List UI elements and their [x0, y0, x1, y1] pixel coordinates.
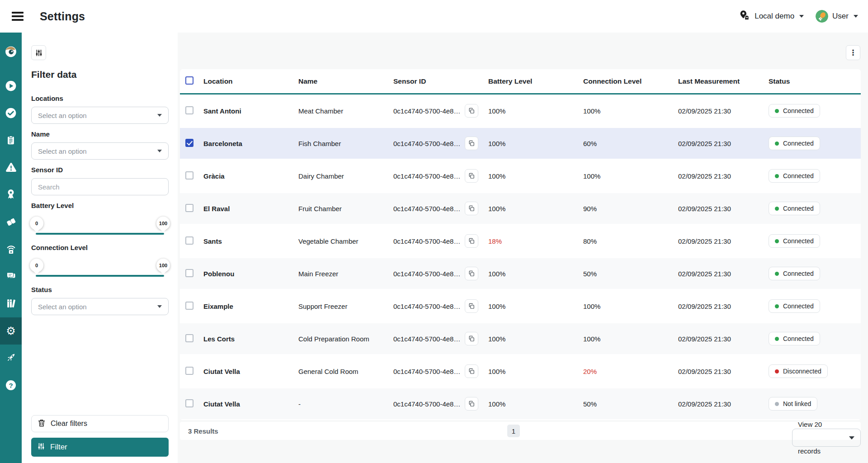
- org-switcher[interactable]: Local demo: [739, 9, 804, 24]
- copy-sensor-id-button[interactable]: [465, 169, 478, 183]
- sensor-id-search-input[interactable]: [31, 178, 169, 195]
- sidebar-item-help[interactable]: ?: [0, 372, 22, 399]
- copy-sensor-id-button[interactable]: [465, 267, 478, 280]
- locations-label: Locations: [31, 94, 169, 102]
- sidebar-item-settings[interactable]: ⚙: [0, 317, 22, 345]
- sidebar-item-alerts[interactable]: [0, 155, 22, 182]
- status-label: Disconnected: [783, 368, 821, 375]
- cell-location: Ciutat Vella: [203, 368, 298, 375]
- status-dot-icon: [775, 304, 779, 308]
- chevron-down-icon: [849, 436, 854, 439]
- copy-sensor-id-button[interactable]: [465, 332, 478, 345]
- page-1-button[interactable]: 1: [507, 425, 520, 437]
- sidebar-item-check[interactable]: [0, 100, 22, 128]
- status-dot-icon: [775, 272, 779, 276]
- name-select-value: Select an option: [38, 147, 87, 155]
- clear-filters-button[interactable]: Clear filters: [31, 415, 169, 432]
- filter-button[interactable]: Filter: [31, 438, 169, 457]
- status-select[interactable]: Select an option: [31, 298, 169, 315]
- cell-location: Barceloneta: [203, 140, 298, 147]
- cell-sensor-id: 0c1c4740-5700-4e8…: [393, 107, 460, 115]
- locations-select[interactable]: Select an option: [31, 107, 169, 124]
- status-label: Not linked: [783, 400, 811, 407]
- row-checkbox[interactable]: [185, 399, 193, 407]
- cell-battery: 100%: [488, 172, 583, 180]
- row-checkbox[interactable]: [185, 204, 193, 212]
- copy-sensor-id-button[interactable]: [465, 234, 478, 248]
- row-checkbox[interactable]: [185, 139, 193, 147]
- cell-sensor-id: 0c1c4740-5700-4e8…: [393, 172, 460, 180]
- row-checkbox[interactable]: [185, 269, 193, 277]
- sidebar-item-gateway[interactable]: [0, 236, 22, 263]
- sidebar-item-play[interactable]: [0, 73, 22, 100]
- connection-level-label: Connection Level: [31, 244, 169, 251]
- row-checkbox[interactable]: [185, 334, 193, 342]
- cell-location: Sants: [203, 237, 298, 245]
- sidebar-item-award[interactable]: [0, 182, 22, 209]
- status-badge: Connected: [769, 104, 820, 118]
- connection-min-handle[interactable]: 0: [30, 259, 43, 272]
- sidebar-item-tickets[interactable]: [0, 209, 22, 236]
- locations-select-value: Select an option: [38, 112, 87, 119]
- sensor-id-label: Sensor ID: [31, 166, 169, 174]
- status-dot-icon: [775, 142, 779, 146]
- clipboard-icon: [6, 135, 16, 147]
- copy-sensor-id-button[interactable]: [465, 397, 478, 411]
- status-label: Connected: [783, 335, 814, 342]
- cell-name: Cold Preparation Room: [298, 335, 393, 343]
- cell-sensor-id: 0c1c4740-5700-4e8…: [393, 237, 460, 245]
- cell-sensor-id: 0c1c4740-5700-4e8…: [393, 368, 460, 375]
- copy-sensor-id-button[interactable]: [465, 299, 478, 313]
- battery-min-handle[interactable]: 0: [30, 217, 43, 230]
- kebab-menu-button[interactable]: ⋮: [846, 45, 860, 60]
- chat-icon: [5, 270, 17, 283]
- status-badge: Connected: [769, 169, 820, 183]
- filter-toggle-button[interactable]: [31, 45, 46, 60]
- row-checkbox[interactable]: [185, 171, 193, 180]
- filter-panel-title: Filter data: [31, 69, 169, 80]
- cell-sensor-id: 0c1c4740-5700-4e8…: [393, 270, 460, 278]
- copy-sensor-id-button[interactable]: [465, 104, 478, 118]
- battery-level-slider: 0 100: [31, 216, 169, 237]
- sidebar-item-library[interactable]: [0, 290, 22, 317]
- sidebar-item-chat[interactable]: [0, 263, 22, 290]
- copy-sensor-id-button[interactable]: [465, 364, 478, 378]
- award-icon: [5, 189, 16, 202]
- cell-last-measurement: 02/09/2025 21:30: [678, 400, 769, 408]
- table-row: Sants Vegetable Chamber 0c1c4740-5700-4e…: [180, 225, 861, 257]
- battery-max-handle[interactable]: 100: [156, 217, 170, 230]
- chevron-down-icon: [157, 114, 162, 117]
- select-all-checkbox[interactable]: [185, 76, 193, 85]
- copy-sensor-id-button[interactable]: [465, 137, 478, 150]
- chevron-down-icon: [854, 15, 858, 18]
- status-label: Connected: [783, 107, 814, 114]
- records-per-page-select[interactable]: View 20 records: [792, 420, 861, 456]
- connection-level-slider: 0 100: [31, 258, 169, 279]
- row-checkbox[interactable]: [185, 106, 193, 114]
- page-title: Settings: [40, 10, 85, 23]
- battery-slider-track[interactable]: [36, 233, 164, 235]
- connection-slider-track[interactable]: [36, 275, 164, 277]
- records-per-page-box[interactable]: [792, 429, 861, 447]
- row-checkbox[interactable]: [185, 302, 193, 310]
- org-label: Local demo: [755, 12, 794, 21]
- cell-last-measurement: 02/09/2025 21:30: [678, 335, 769, 343]
- status-badge: Connected: [769, 234, 820, 248]
- cell-sensor-id: 0c1c4740-5700-4e8…: [393, 400, 460, 408]
- cell-name: Dairy Chamber: [298, 172, 393, 180]
- sidebar-item-rocket[interactable]: [0, 345, 22, 372]
- copy-sensor-id-button[interactable]: [465, 202, 478, 215]
- name-select[interactable]: Select an option: [31, 142, 169, 160]
- row-checkbox[interactable]: [185, 367, 193, 375]
- cell-name: Meat Chamber: [298, 107, 393, 115]
- connection-max-handle[interactable]: 100: [156, 259, 170, 272]
- cell-sensor-id: 0c1c4740-5700-4e8…: [393, 335, 460, 343]
- row-checkbox[interactable]: [185, 236, 193, 245]
- cell-location: Poblenou: [203, 270, 298, 278]
- user-menu[interactable]: User: [816, 10, 858, 23]
- main-content: ⋮ Location Name Sensor ID Battery Level …: [178, 33, 868, 463]
- avatar: [816, 10, 828, 23]
- status-badge: Connected: [769, 332, 820, 345]
- hamburger-menu-icon[interactable]: [12, 12, 24, 21]
- sidebar-item-clipboard[interactable]: [0, 128, 22, 155]
